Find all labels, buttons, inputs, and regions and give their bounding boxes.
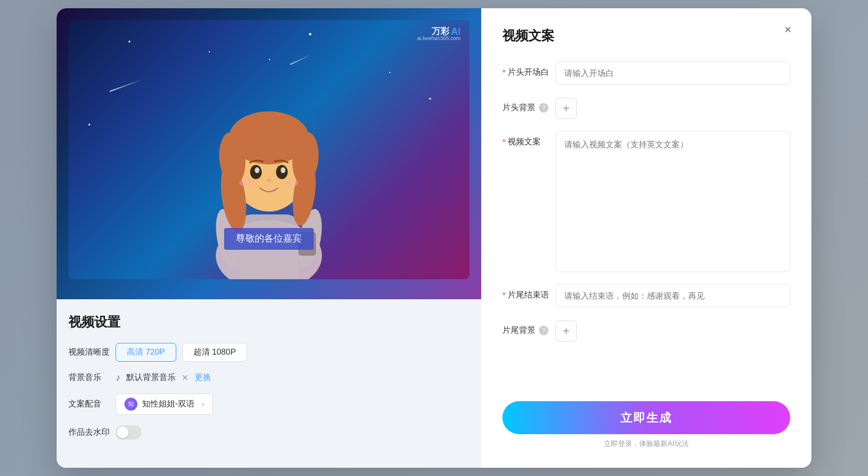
subtitle-text: 尊敬的各位嘉宾 [236,233,302,243]
music-remove-btn[interactable]: ✕ [182,373,189,382]
close-button[interactable]: × [778,20,797,39]
closing-label-text: 片尾结束语 [508,290,549,300]
watermark-label: 作品去水印 [68,427,116,438]
left-panel: 万彩 AI ai.keehan365.com [57,8,481,468]
tail-bg-label: 片尾背景 ? [502,319,555,336]
voice-row: 文案配音 知 知性姐姐-双语 › [68,394,469,415]
closing-input[interactable] [555,284,790,308]
tail-bg-row: 片尾背景 ? + [502,319,790,342]
svg-point-19 [239,178,254,187]
voice-arrow-icon: › [202,400,204,408]
music-label: 背景音乐 [68,372,116,383]
opening-input[interactable] [555,61,790,85]
music-row: 背景音乐 ♪ 默认背景音乐 ✕ 更换 [68,372,469,383]
watermark-site: ai.keehan365.com [417,35,461,41]
watermark-row: 作品去水印 [68,425,469,439]
header-bg-add-area: + [555,97,790,119]
header-bg-add-btn[interactable]: + [555,98,577,119]
svg-point-18 [267,178,271,182]
svg-point-16 [255,167,259,173]
music-name: 默认背景音乐 [126,372,176,383]
header-bg-label-text: 片头背景 [502,103,535,113]
opening-label: * 片头开场白 [502,61,555,78]
header-bg-help-icon[interactable]: ? [539,103,548,113]
closing-row: * 片尾结束语 [502,284,790,308]
modal-overlay: × [0,0,868,476]
watermark-toggle[interactable] [116,425,142,439]
svg-point-20 [284,178,298,187]
tail-bg-help-icon[interactable]: ? [539,326,548,335]
generate-button[interactable]: 立即生成 [502,401,790,434]
opening-row: * 片头开场白 [502,61,790,85]
modal: × [57,8,811,468]
settings-section: 视频设置 视频清晰度 高清 720P 超清 1080P 背景音乐 ♪ 默认背景音… [68,299,469,450]
tail-bg-add-btn[interactable]: + [555,320,577,342]
quality-label: 视频清晰度 [68,347,116,358]
opening-required: * [502,68,505,77]
toggle-knob [117,427,129,438]
video-preview: 万彩 AI ai.keehan365.com [68,20,469,279]
content-textarea[interactable] [555,131,790,272]
content-required: * [502,137,505,147]
quality-720p[interactable]: 高清 720P [116,343,176,362]
video-subtitle: 尊敬的各位嘉宾 [224,228,314,250]
right-panel: 视频文案 * 片头开场白 片头背景 ? + [481,8,811,468]
voice-avatar: 知 [124,398,137,411]
svg-point-17 [281,167,285,173]
header-bg-label: 片头背景 ? [502,97,555,113]
voice-label: 文案配音 [68,399,116,409]
settings-title: 视频设置 [68,313,469,331]
panel-title: 视频文案 [502,27,790,45]
closing-required: * [502,290,505,300]
opening-label-text: 片头开场白 [508,67,549,78]
content-label: * 视频文案 [502,131,555,147]
music-icon: ♪ [116,372,120,383]
quality-1080p[interactable]: 超清 1080P [182,343,247,362]
header-bg-row: 片头背景 ? + [502,97,790,119]
voice-name: 知性姐姐-双语 [142,399,195,409]
generate-sub-text: 立即登录，体验最新AI玩法 [502,439,790,449]
tail-bg-add-area: + [555,319,790,342]
music-change-btn[interactable]: 更换 [195,372,211,383]
content-label-text: 视频文案 [508,137,541,147]
voice-content: 知 知性姐姐-双语 › [116,394,469,415]
video-preview-container: 万彩 AI ai.keehan365.com [57,8,481,299]
quality-row: 视频清晰度 高清 720P 超清 1080P [68,343,469,362]
closing-label: * 片尾结束语 [502,284,555,300]
watermark-content [116,425,469,439]
tail-bg-label-text: 片尾背景 [502,325,535,336]
voice-selector[interactable]: 知 知性姐姐-双语 › [116,394,213,415]
music-content: ♪ 默认背景音乐 ✕ 更换 [116,372,469,383]
quality-options: 高清 720P 超清 1080P [116,343,469,362]
content-row: * 视频文案 [502,131,790,272]
